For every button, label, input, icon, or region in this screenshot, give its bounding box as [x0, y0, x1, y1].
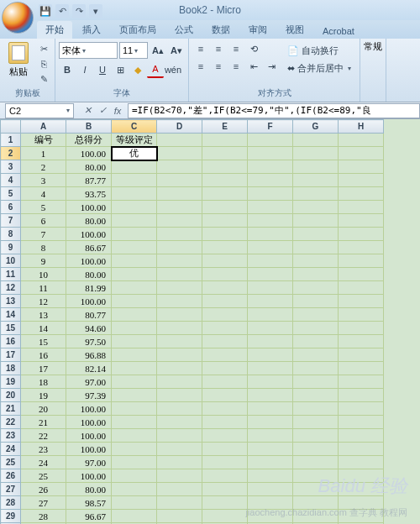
- cell-C1[interactable]: 等级评定: [112, 134, 157, 147]
- cell-F5[interactable]: [248, 187, 293, 201]
- cell-C29[interactable]: [112, 510, 157, 523]
- phonetic-button[interactable]: wén: [165, 61, 181, 78]
- cell-E3[interactable]: [202, 160, 248, 174]
- align-left-icon[interactable]: ≡: [192, 58, 209, 75]
- col-header-H[interactable]: H: [339, 120, 384, 134]
- cell-G22[interactable]: [293, 416, 339, 429]
- cell-E20[interactable]: [202, 389, 248, 402]
- cell-G8[interactable]: [293, 228, 339, 241]
- cell-B28[interactable]: 98.57: [66, 496, 112, 510]
- cell-G4[interactable]: [293, 174, 339, 187]
- row-header-2[interactable]: 2: [1, 147, 21, 160]
- cell-G14[interactable]: [293, 308, 339, 322]
- cell-B9[interactable]: 86.67: [66, 241, 112, 254]
- cell-G12[interactable]: [293, 281, 339, 295]
- cell-B24[interactable]: 100.00: [66, 443, 112, 456]
- cell-A11[interactable]: 10: [21, 268, 66, 281]
- cell-F11[interactable]: [248, 268, 293, 281]
- row-header-12[interactable]: 12: [1, 281, 21, 295]
- cell-B12[interactable]: 81.99: [66, 281, 112, 295]
- cell-E4[interactable]: [202, 174, 248, 187]
- cell-F9[interactable]: [248, 241, 293, 254]
- cell-A29[interactable]: 28: [21, 510, 66, 523]
- cell-G2[interactable]: [293, 147, 339, 160]
- cell-G11[interactable]: [293, 268, 339, 281]
- cell-H21[interactable]: [339, 402, 384, 416]
- cell-G13[interactable]: [293, 295, 339, 308]
- row-header-4[interactable]: 4: [1, 174, 21, 187]
- cell-A13[interactable]: 12: [21, 295, 66, 308]
- cell-D15[interactable]: [157, 322, 202, 335]
- cell-E24[interactable]: [202, 443, 248, 456]
- cell-D1[interactable]: [157, 134, 202, 147]
- cell-D22[interactable]: [157, 416, 202, 429]
- cell-D8[interactable]: [157, 228, 202, 241]
- cell-C28[interactable]: [112, 496, 157, 510]
- cell-D24[interactable]: [157, 443, 202, 456]
- cell-A16[interactable]: 15: [21, 335, 66, 348]
- cell-D11[interactable]: [157, 268, 202, 281]
- tab-1[interactable]: 插入: [74, 21, 109, 39]
- row-header-13[interactable]: 13: [1, 295, 21, 308]
- fill-color-button[interactable]: ◆: [129, 61, 146, 78]
- cell-B4[interactable]: 87.77: [66, 174, 112, 187]
- cell-H25[interactable]: [339, 456, 384, 469]
- cell-B10[interactable]: 100.00: [66, 254, 112, 268]
- grow-font-icon[interactable]: A▴: [150, 42, 166, 59]
- italic-button[interactable]: I: [76, 61, 93, 78]
- fx-icon[interactable]: fx: [111, 104, 124, 118]
- cell-C2[interactable]: 优: [112, 147, 157, 160]
- cell-E29[interactable]: [202, 510, 248, 523]
- cell-A22[interactable]: 21: [21, 416, 66, 429]
- cell-B23[interactable]: 100.00: [66, 429, 112, 443]
- row-header-29[interactable]: 29: [1, 510, 21, 523]
- cell-H20[interactable]: [339, 389, 384, 402]
- cell-E12[interactable]: [202, 281, 248, 295]
- cell-A5[interactable]: 4: [21, 187, 66, 201]
- row-header-7[interactable]: 7: [1, 214, 21, 228]
- cell-H3[interactable]: [339, 160, 384, 174]
- cell-E25[interactable]: [202, 456, 248, 469]
- cell-A12[interactable]: 11: [21, 281, 66, 295]
- cell-A28[interactable]: 27: [21, 496, 66, 510]
- undo-icon[interactable]: ↶: [55, 4, 69, 18]
- cell-G6[interactable]: [293, 201, 339, 214]
- cell-E17[interactable]: [202, 348, 248, 362]
- cell-B2[interactable]: 100.00: [66, 147, 112, 160]
- row-header-10[interactable]: 10: [1, 254, 21, 268]
- cell-C12[interactable]: [112, 281, 157, 295]
- cell-D14[interactable]: [157, 308, 202, 322]
- cell-D13[interactable]: [157, 295, 202, 308]
- cell-F21[interactable]: [248, 402, 293, 416]
- cell-H12[interactable]: [339, 281, 384, 295]
- cell-D12[interactable]: [157, 281, 202, 295]
- cell-G21[interactable]: [293, 402, 339, 416]
- cell-A23[interactable]: 22: [21, 429, 66, 443]
- cell-D7[interactable]: [157, 214, 202, 228]
- shrink-font-icon[interactable]: A▾: [168, 42, 185, 59]
- row-header-3[interactable]: 3: [1, 160, 21, 174]
- cell-A24[interactable]: 23: [21, 443, 66, 456]
- cell-A9[interactable]: 8: [21, 241, 66, 254]
- cell-F19[interactable]: [248, 375, 293, 389]
- tab-3[interactable]: 公式: [166, 21, 202, 39]
- cell-B11[interactable]: 80.00: [66, 268, 112, 281]
- row-header-27[interactable]: 27: [1, 483, 21, 496]
- cell-E11[interactable]: [202, 268, 248, 281]
- cell-D21[interactable]: [157, 402, 202, 416]
- cell-E23[interactable]: [202, 429, 248, 443]
- cell-F23[interactable]: [248, 429, 293, 443]
- cell-F3[interactable]: [248, 160, 293, 174]
- cell-A10[interactable]: 9: [21, 254, 66, 268]
- cell-C6[interactable]: [112, 201, 157, 214]
- cell-D29[interactable]: [157, 510, 202, 523]
- cell-F25[interactable]: [248, 456, 293, 469]
- tab-0[interactable]: 开始: [37, 21, 72, 39]
- save-icon[interactable]: 💾: [39, 4, 52, 18]
- select-all-corner[interactable]: [1, 120, 21, 134]
- cell-G19[interactable]: [293, 375, 339, 389]
- cell-G1[interactable]: [293, 134, 339, 147]
- cell-A1[interactable]: 编号: [21, 134, 66, 147]
- row-header-16[interactable]: 16: [1, 335, 21, 348]
- cell-F2[interactable]: [248, 147, 293, 160]
